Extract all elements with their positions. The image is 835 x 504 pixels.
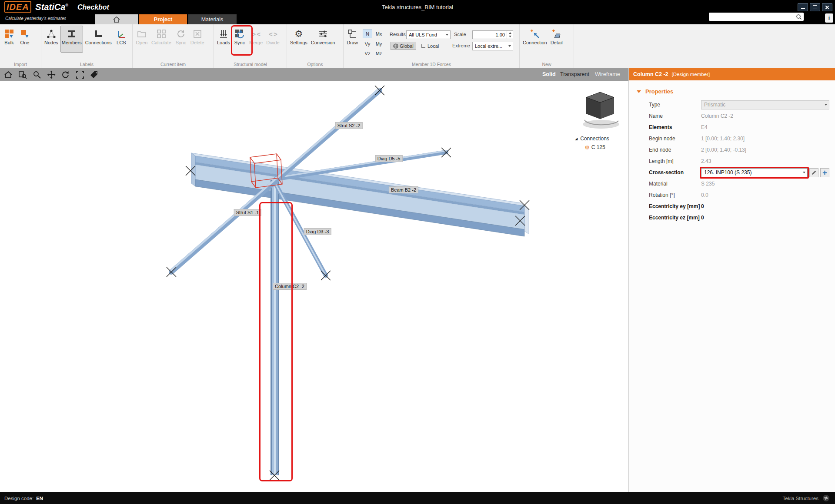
connections-button[interactable]: Connections	[84, 26, 113, 53]
force-toggle-vz[interactable]: Vz	[363, 49, 372, 58]
scale-spinner[interactable]	[507, 31, 513, 39]
view-home-button[interactable]	[2, 70, 14, 80]
force-toggle-my[interactable]: My	[374, 40, 384, 48]
force-toggle-vy[interactable]: Vy	[363, 40, 372, 48]
property-row-elements: Elements E4	[629, 122, 835, 133]
close-button[interactable]	[822, 3, 832, 11]
titlebar: IDEA StatiCa® Checkbot Calculate yesterd…	[0, 0, 835, 24]
rotate-button[interactable]	[60, 70, 72, 80]
maximize-button[interactable]	[810, 3, 820, 11]
new-connection-button[interactable]: Connection	[521, 26, 548, 53]
tagline: Calculate yesterday's estimates	[5, 16, 66, 21]
pan-button[interactable]	[45, 70, 57, 80]
navigation-cube[interactable]	[578, 89, 626, 133]
properties-section-header[interactable]: Properties	[637, 88, 835, 95]
property-row-type: Type Prismatic	[629, 99, 835, 110]
labels-toggle-button[interactable]	[88, 70, 100, 80]
connection-item-label: C 125	[591, 144, 605, 150]
app-window: IDEA StatiCa® Checkbot Calculate yesterd…	[0, 0, 835, 504]
force-toggle-mx[interactable]: Mx	[374, 30, 384, 38]
sync-item-button[interactable]: Sync	[174, 26, 188, 53]
zoom-window-button[interactable]	[17, 70, 29, 80]
divide-button[interactable]: < > Divide	[265, 26, 281, 53]
length-value: 2.43	[701, 158, 711, 164]
lcs-button[interactable]: LCS	[114, 26, 129, 53]
sync-highlight-annotation	[231, 25, 253, 56]
home-icon	[113, 17, 120, 23]
connections-group[interactable]: ◢ Connections	[575, 136, 609, 142]
conversion-sliders-icon	[318, 29, 328, 39]
gear-icon: ⚙	[584, 145, 590, 150]
bulk-button[interactable]: Bulk	[2, 26, 17, 53]
delete-button[interactable]: Delete	[189, 26, 206, 53]
results-label: Results	[390, 32, 406, 37]
global-button[interactable]: Global	[391, 42, 416, 50]
ribbon-group-member-forces: Draw N Vy Vz Mx My Mz Results All ULS Fu…	[344, 24, 520, 68]
properties-rows: Type Prismatic Name Column C2 -2 Element…	[629, 99, 835, 223]
new-detail-button[interactable]: Detail	[549, 26, 564, 53]
spinner-up-icon	[509, 32, 511, 34]
extreme-label: Extreme	[452, 43, 470, 48]
panel-header-title: Column C2 -2	[633, 71, 668, 77]
add-cross-section-button[interactable]	[820, 168, 829, 177]
navigation-cube-icon	[578, 89, 626, 133]
panel-header-suffix: [Design member]	[672, 72, 710, 77]
home-icon	[4, 70, 13, 79]
column-highlight-annotation	[259, 202, 293, 481]
results-dropdown[interactable]: All ULS Fund	[406, 30, 451, 39]
one-button[interactable]: One	[17, 26, 32, 53]
loads-button[interactable]: Loads	[216, 26, 231, 53]
scale-input[interactable]: 1.00	[472, 30, 513, 39]
nodes-button[interactable]: Nodes	[43, 26, 60, 53]
minimize-button[interactable]	[798, 3, 808, 11]
force-toggle-mz[interactable]: Mz	[374, 49, 384, 58]
tab-materials[interactable]: Materials	[188, 14, 237, 24]
edit-cross-section-button[interactable]	[809, 168, 818, 177]
viewport-toolbar: Solid Transparent Wireframe	[0, 68, 628, 81]
connections-icon	[93, 29, 104, 39]
ribbon-group-labels: Nodes Members Connections LCS Labels	[41, 24, 133, 68]
member-label-diag-d5: Diag D5 -5	[375, 155, 403, 162]
extreme-dropdown[interactable]: Local extre...	[472, 42, 513, 50]
members-button[interactable]: Members	[60, 26, 83, 53]
idea-statica-logo: IDEA StatiCa®	[4, 2, 68, 12]
tab-project[interactable]: Project	[139, 14, 187, 24]
fit-screen-icon	[76, 70, 84, 79]
group-title-structural-model: Structural model	[214, 62, 287, 67]
search-icon	[796, 14, 802, 20]
render-mode-transparent[interactable]: Transparent	[560, 71, 589, 77]
tekla-sync-icon	[822, 494, 830, 503]
new-connection-icon	[530, 29, 540, 39]
viewport-3d[interactable]: Strut S2 -2 Diag D5 -5 Beam B2 -2 Strut …	[0, 81, 628, 492]
eccentricity-ez-value: 0	[701, 215, 704, 221]
rotate-icon	[61, 70, 70, 79]
type-dropdown[interactable]: Prismatic	[701, 100, 829, 109]
connections-tree: ◢ Connections ⚙ C 125	[575, 136, 609, 150]
info-button[interactable]: i	[825, 13, 833, 23]
property-row-eccentricity-ez: Eccentricity ez [mm] 0	[629, 212, 835, 223]
conversion-button[interactable]: Conversion	[310, 26, 337, 53]
zoom-fit-button[interactable]	[74, 70, 86, 80]
pan-arrows-icon	[47, 70, 56, 79]
force-toggle-n[interactable]: N	[363, 30, 372, 38]
statusbar-app-name: Tekla Structures	[783, 496, 818, 501]
open-button[interactable]: Open	[134, 26, 149, 53]
connection-item-c125[interactable]: ⚙ C 125	[584, 144, 609, 150]
name-value: Column C2 -2	[701, 113, 733, 119]
draw-button[interactable]: Draw	[345, 26, 360, 53]
draw-forces-icon	[347, 29, 357, 39]
property-row-end-node: End node 2 [0.00; 1.40; -0.13]	[629, 144, 835, 156]
cross-section-dropdown[interactable]: 126. INP100 (S 235)	[701, 168, 808, 177]
calculate-button[interactable]: Calculate	[150, 26, 173, 53]
search-input[interactable]	[709, 13, 796, 20]
zoom-button[interactable]	[31, 70, 43, 80]
render-mode-solid[interactable]: Solid	[542, 71, 556, 77]
nodes-icon	[46, 29, 57, 39]
settings-button[interactable]: ⚙ Settings	[289, 26, 309, 53]
local-button[interactable]: Local	[418, 42, 441, 50]
properties-title: Properties	[645, 88, 673, 95]
render-mode-wireframe[interactable]: Wireframe	[595, 71, 620, 77]
search-box	[709, 13, 804, 21]
chevron-down-icon	[508, 45, 511, 47]
tab-home[interactable]	[95, 14, 138, 24]
